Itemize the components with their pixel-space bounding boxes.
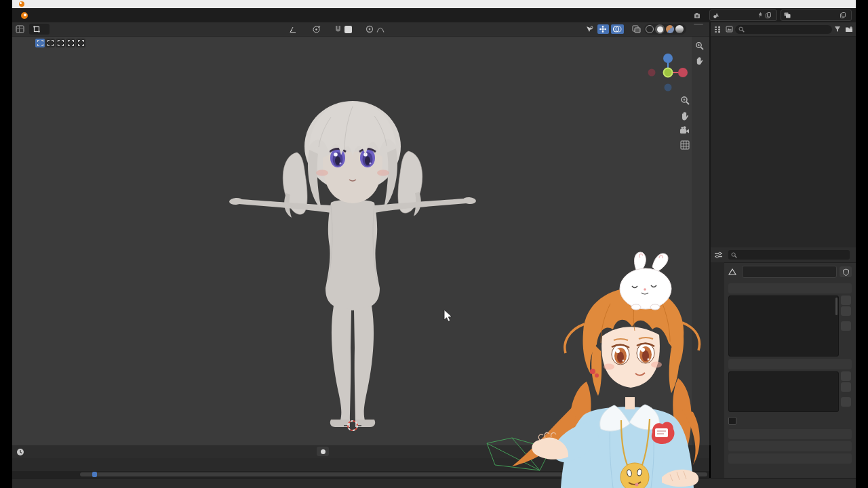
wireframe-shading-button[interactable] — [646, 25, 654, 33]
color-attributes-panel-header[interactable] — [728, 441, 852, 451]
pan-hand-icon[interactable] — [695, 56, 704, 66]
proportional-editing-icon — [366, 25, 374, 33]
list-scrollbar[interactable] — [835, 298, 837, 315]
blender-topbar — [12, 8, 856, 23]
id-name-field[interactable] — [742, 266, 837, 278]
properties-search-input[interactable] — [728, 250, 850, 260]
toggle-ortho-grid-icon[interactable] — [680, 140, 690, 150]
vertex-group-buttons — [841, 296, 852, 357]
snap-magnet-icon — [334, 25, 342, 33]
timeline-playhead-marker[interactable] — [92, 472, 97, 477]
editor-type-button[interactable] — [12, 25, 29, 33]
outliner-search-input[interactable] — [735, 25, 832, 34]
shape-key-buttons — [841, 371, 852, 412]
shape-key-specials-button[interactable] — [841, 397, 851, 407]
scene-selector[interactable] — [709, 9, 777, 21]
auto-keyframe-record-button[interactable] — [317, 447, 329, 456]
properties-content — [724, 262, 856, 478]
3d-viewport[interactable] — [12, 22, 693, 445]
narrow-image-editor[interactable] — [692, 22, 711, 445]
window-titlebar — [12, 0, 856, 8]
timeline-clock-icon — [16, 448, 24, 456]
uv-maps-panel-header[interactable] — [728, 429, 852, 439]
select-mode-buttons — [35, 39, 85, 47]
new-image-button[interactable] — [694, 24, 703, 25]
search-icon — [738, 26, 745, 33]
screen — [0, 0, 868, 488]
new-collection-icon[interactable] — [845, 26, 853, 33]
outliner-filter-image-icon[interactable] — [726, 26, 733, 33]
add-vertex-group-button[interactable] — [841, 296, 851, 305]
pan-hand-icon[interactable] — [680, 111, 690, 121]
copy-icon — [766, 12, 771, 18]
zoom-icon[interactable] — [680, 96, 690, 106]
material-preview-shading-button[interactable] — [666, 25, 674, 33]
select-invert-mode-button[interactable] — [66, 39, 75, 47]
rendered-shading-button[interactable] — [675, 25, 684, 33]
navigation-gizmo[interactable] — [646, 52, 690, 94]
xray-toggle[interactable] — [631, 24, 642, 34]
vertex-group-specials-button[interactable] — [841, 321, 851, 331]
outliner-display-mode-icon[interactable] — [713, 26, 722, 33]
shape-keys-panel-header[interactable] — [728, 359, 852, 369]
show-overlays-toggle[interactable] — [611, 24, 624, 34]
falloff-curve-icon — [376, 26, 384, 33]
select-intersect-mode-button[interactable] — [76, 39, 85, 47]
blender-app-icon — [19, 1, 24, 7]
outliner-header — [711, 22, 856, 37]
overlays-icon — [612, 25, 622, 33]
show-gizmo-toggle[interactable] — [597, 24, 609, 34]
outliner — [711, 22, 856, 247]
xray-icon — [632, 25, 641, 33]
viewport-editor-icon — [16, 25, 24, 33]
visibility-pointer-icon — [585, 26, 593, 33]
filter-funnel-icon[interactable] — [834, 26, 841, 33]
blender-logo-icon[interactable] — [18, 12, 28, 19]
scene-icon — [713, 12, 719, 18]
camera-view-icon[interactable] — [679, 126, 690, 134]
face-maps-panel-header[interactable] — [728, 453, 852, 464]
select-subtract-mode-button[interactable] — [56, 39, 65, 47]
vertex-groups-panel-header[interactable] — [728, 283, 852, 293]
remove-vertex-group-button[interactable] — [841, 306, 851, 316]
object-mode-icon — [33, 26, 40, 33]
gizmo-icon — [599, 25, 607, 33]
solid-shading-button[interactable] — [655, 24, 665, 34]
snap-target-icon[interactable] — [344, 26, 352, 33]
fake-user-shield-button[interactable] — [840, 266, 852, 277]
narrow-editor-header — [692, 22, 709, 37]
search-icon — [731, 252, 737, 258]
timeline-ruler[interactable] — [12, 458, 709, 472]
character-model — [12, 36, 692, 445]
shield-icon — [843, 268, 849, 276]
remove-shape-key-button[interactable] — [841, 382, 851, 392]
copy-icon — [840, 12, 846, 18]
status-bar — [12, 478, 856, 488]
add-shape-key-button[interactable] — [841, 371, 851, 381]
show-object-types-toggle[interactable] — [584, 25, 595, 34]
properties-tab-column — [711, 262, 724, 478]
mouse-cursor-icon — [444, 310, 452, 321]
properties-editor — [711, 247, 856, 478]
select-extend-mode-button[interactable] — [45, 39, 55, 47]
properties-header — [711, 247, 856, 263]
viewlayer-selector[interactable] — [781, 9, 852, 21]
pivot-point-icon — [312, 25, 321, 33]
viewlayer-icon — [784, 12, 791, 18]
zoom-icon[interactable] — [695, 41, 705, 51]
auto-reload-icon[interactable] — [694, 12, 703, 19]
mode-dropdown[interactable] — [29, 24, 50, 35]
timeline-scrollbar[interactable] — [12, 471, 709, 478]
orientation-axes-icon — [289, 26, 297, 33]
timeline — [12, 445, 709, 478]
timeline-editor-button[interactable] — [12, 448, 32, 456]
timeline-header — [12, 445, 709, 459]
viewport-header — [12, 22, 692, 37]
shape-keys-list — [728, 371, 839, 412]
properties-editor-icon[interactable] — [714, 251, 723, 259]
select-set-mode-button[interactable] — [35, 39, 45, 47]
object-data-breadcrumb-icon[interactable] — [728, 268, 736, 275]
pin-icon — [758, 12, 763, 18]
timeline-scroll-thumb[interactable] — [80, 472, 707, 476]
add-rest-position-checkbox[interactable] — [728, 417, 736, 425]
